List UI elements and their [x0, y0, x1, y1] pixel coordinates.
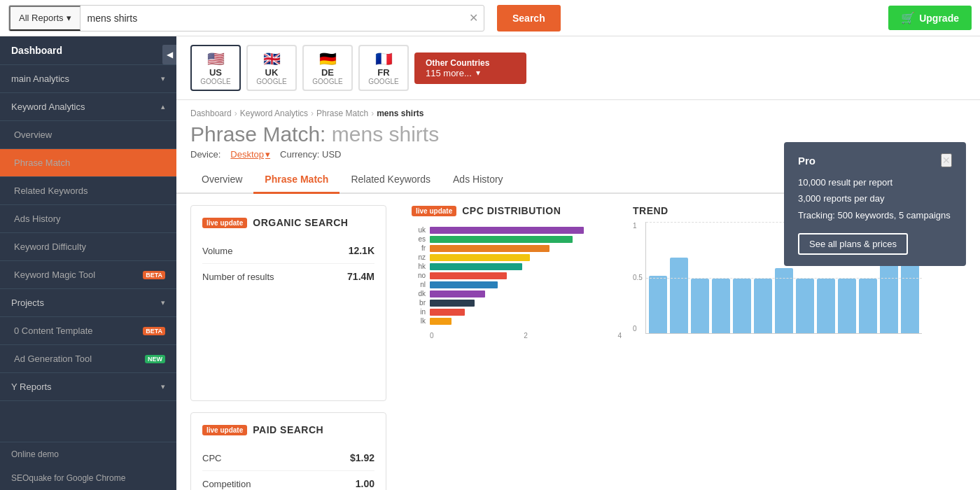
paid-cpc-value: $1.92	[350, 452, 374, 463]
tab-ads-history[interactable]: Ads History	[442, 167, 514, 194]
sidebar-label-overview: Overview	[14, 130, 52, 140]
sidebar-item-keyword-difficulty[interactable]: Keyword Difficulty	[0, 233, 176, 261]
device-selector[interactable]: Desktop ▾	[230, 149, 270, 160]
country-us-button[interactable]: 🇺🇸 US GOOGLE	[190, 45, 241, 91]
other-countries-button[interactable]: Other Countries 115 more... ▾	[414, 52, 526, 84]
page-meta: Device: Desktop ▾ Currency: USD	[190, 149, 798, 160]
cpc-bar-row: nl	[412, 281, 622, 288]
other-countries-label: Other Countries	[426, 58, 489, 68]
sidebar-item-dashboard[interactable]: Dashboard	[0, 36, 176, 65]
seoquake-label: SEOquake for Google Chrome	[11, 473, 125, 483]
pro-feature-3: Tracking: 500 keywords, 5 campaigns	[798, 207, 952, 223]
sidebar-label-lead-generation: Ad Generation Tool	[14, 354, 92, 364]
sidebar-item-keyword-analytics[interactable]: Keyword Analytics ▴	[0, 93, 176, 121]
cart-icon: 🛒	[901, 11, 915, 24]
trend-bar	[649, 276, 667, 334]
sidebar-item-keyword-magic[interactable]: Keyword Magic Tool BETA	[0, 261, 176, 289]
paid-cpc-label: CPC	[202, 453, 221, 463]
organic-volume-label: Volume	[202, 246, 232, 256]
search-button[interactable]: Search	[497, 5, 561, 31]
upgrade-button[interactable]: 🛒 Upgrade	[888, 6, 972, 30]
cpc-bar-row: nz	[412, 253, 622, 261]
see-all-plans-button[interactable]: See all plans & prices	[798, 233, 908, 255]
paid-competition-label: Competition	[202, 479, 251, 489]
breadcrumb: Dashboard › Keyword Analytics › Phrase M…	[176, 100, 798, 118]
country-uk-button[interactable]: 🇬🇧 UK GOOGLE	[246, 45, 297, 91]
all-reports-button[interactable]: All Reports ▾	[9, 6, 80, 31]
beta-badge-ct: BETA	[143, 327, 165, 335]
us-code: US	[209, 67, 222, 78]
cpc-distribution-title: CPC DISTRIBUTION	[462, 205, 561, 216]
sidebar-item-overview[interactable]: Overview	[0, 121, 176, 149]
upgrade-label: Upgrade	[919, 13, 959, 24]
device-label: Device:	[190, 149, 220, 160]
new-badge: NEW	[145, 355, 165, 363]
organic-search-box: live update ORGANIC SEARCH Volume 12.1K …	[190, 205, 386, 401]
sidebar-item-my-reports[interactable]: Y Reports ▾	[0, 373, 176, 401]
dropdown-arrow-icon-countries: ▾	[476, 68, 480, 78]
sidebar-item-lead-generation[interactable]: Ad Generation Tool NEW	[0, 345, 176, 373]
metrics-area: live update ORGANIC SEARCH Volume 12.1K …	[176, 205, 798, 490]
fr-code: FR	[377, 67, 389, 78]
uk-engine: GOOGLE	[256, 78, 286, 85]
sidebar-item-ads-history[interactable]: Ads History	[0, 205, 176, 233]
search-input[interactable]	[80, 6, 463, 31]
paid-live-badge: live update	[202, 425, 247, 435]
pro-popup-close-button[interactable]: ✕	[941, 153, 952, 167]
trend-bar	[754, 279, 772, 333]
breadcrumb-dashboard[interactable]: Dashboard	[190, 108, 232, 118]
pro-popup: Pro ✕ 10,000 result per report 3,000 rep…	[784, 142, 966, 266]
sidebar-item-related-keywords[interactable]: Related Keywords	[0, 177, 176, 205]
pro-feature-2: 3,000 reports per day	[798, 190, 952, 206]
chevron-down-icon: ▾	[161, 74, 165, 83]
trend-bar	[796, 279, 814, 333]
sidebar-item-online-demo[interactable]: Online demo	[0, 442, 176, 466]
sidebar-label-my-reports: Y Reports	[11, 382, 52, 392]
tab-overview[interactable]: Overview	[190, 167, 253, 194]
country-bar: 🇺🇸 US GOOGLE 🇬🇧 UK GOOGLE 🇩🇪 DE GOOGLE 🇫…	[176, 36, 980, 100]
sidebar: ◀ Dashboard main Analytics ▾ Keyword Ana…	[0, 36, 176, 490]
breadcrumb-sep-2: ›	[311, 108, 314, 118]
trend-bar	[670, 258, 688, 333]
sidebar-label-keyword-analytics: Keyword Analytics	[11, 102, 85, 112]
other-countries-value: 115 more... ▾	[426, 68, 480, 78]
cpc-bar-row: fr	[412, 244, 622, 252]
breadcrumb-keyword-analytics[interactable]: Keyword Analytics	[240, 108, 308, 118]
sidebar-collapse-button[interactable]: ◀	[162, 45, 176, 64]
sidebar-label-dashboard: Dashboard	[11, 45, 62, 56]
cpc-bar-row: es	[412, 235, 622, 243]
cpc-distribution-box: live update CPC DISTRIBUTION ukesfrnzhkn…	[412, 205, 622, 490]
clear-search-button[interactable]: ✕	[463, 11, 484, 24]
top-bar: All Reports ▾ ✕ Search 🛒 Upgrade	[0, 0, 980, 36]
country-fr-button[interactable]: 🇫🇷 FR GOOGLE	[358, 45, 409, 91]
sidebar-label-keyword-magic: Keyword Magic Tool	[14, 270, 95, 280]
cpc-bar-row: dk	[412, 290, 622, 298]
online-demo-label: Online demo	[11, 449, 59, 459]
breadcrumb-sep-3: ›	[371, 108, 374, 118]
sidebar-item-projects[interactable]: Projects ▾	[0, 289, 176, 317]
breadcrumb-phrase-match[interactable]: Phrase Match	[316, 108, 368, 118]
de-engine: GOOGLE	[312, 78, 342, 85]
sidebar-label-content-template: 0 Content Template	[14, 326, 93, 336]
content-area: 🇺🇸 US GOOGLE 🇬🇧 UK GOOGLE 🇩🇪 DE GOOGLE 🇫…	[176, 36, 980, 490]
cpc-bar-row: hk	[412, 262, 622, 270]
tab-phrase-match[interactable]: Phrase Match	[253, 167, 340, 194]
country-de-button[interactable]: 🇩🇪 DE GOOGLE	[302, 45, 353, 91]
pro-feature-1: 10,000 result per report	[798, 174, 952, 190]
sidebar-item-seoquake[interactable]: SEOquake for Google Chrome	[0, 466, 176, 490]
cpc-distribution-header: live update CPC DISTRIBUTION	[412, 205, 622, 216]
sidebar-item-content-template[interactable]: 0 Content Template BETA	[0, 317, 176, 345]
breadcrumb-sep-1: ›	[234, 108, 237, 118]
paid-competition-value: 1.00	[356, 478, 374, 489]
organic-volume-value: 12.1K	[349, 245, 374, 256]
fr-flag-icon: 🇫🇷	[375, 50, 393, 67]
uk-flag-icon: 🇬🇧	[263, 50, 281, 67]
tab-related-keywords[interactable]: Related Keywords	[340, 167, 442, 194]
device-chevron-icon: ▾	[265, 149, 270, 160]
sidebar-bottom: Online demo SEOquake for Google Chrome	[0, 442, 176, 490]
cpc-bar-row: in	[412, 308, 622, 316]
sidebar-label-ads-history: Ads History	[14, 214, 60, 224]
sidebar-item-phrase-match[interactable]: Phrase Match	[0, 149, 176, 177]
sidebar-item-main-analytics[interactable]: main Analytics ▾	[0, 65, 176, 93]
dropdown-arrow-icon: ▾	[66, 13, 71, 23]
